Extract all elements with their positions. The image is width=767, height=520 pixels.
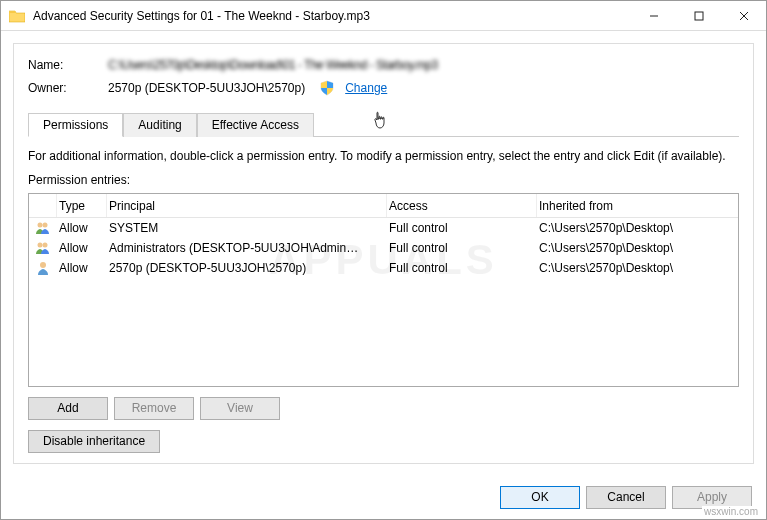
svg-point-6 bbox=[38, 243, 43, 248]
content-area: Name: C:\Users\2570p\Desktop\Download\01… bbox=[1, 31, 766, 476]
cell-type: Allow bbox=[57, 221, 107, 235]
table-row[interactable]: Allow SYSTEM Full control C:\Users\2570p… bbox=[29, 218, 738, 238]
close-button[interactable] bbox=[721, 1, 766, 30]
cell-type: Allow bbox=[57, 241, 107, 255]
col-access[interactable]: Access bbox=[387, 194, 537, 217]
name-value: C:\Users\2570p\Desktop\Download\01 - The… bbox=[108, 58, 438, 72]
change-owner-link[interactable]: Change bbox=[345, 81, 387, 95]
table-row[interactable]: Allow Administrators (DESKTOP-5UU3JOH\Ad… bbox=[29, 238, 738, 258]
cell-access: Full control bbox=[387, 261, 537, 275]
cell-access: Full control bbox=[387, 241, 537, 255]
name-row: Name: C:\Users\2570p\Desktop\Download\01… bbox=[28, 58, 739, 72]
svg-point-5 bbox=[43, 223, 48, 228]
cell-inherited: C:\Users\2570p\Desktop\ bbox=[537, 221, 738, 235]
owner-label: Owner: bbox=[28, 81, 108, 95]
window-controls bbox=[631, 1, 766, 30]
add-button[interactable]: Add bbox=[28, 397, 108, 420]
source-watermark: wsxwin.com bbox=[702, 506, 760, 517]
group-icon bbox=[29, 221, 57, 235]
ok-button[interactable]: OK bbox=[500, 486, 580, 509]
svg-point-4 bbox=[38, 223, 43, 228]
security-settings-window: Advanced Security Settings for 01 - The … bbox=[0, 0, 767, 520]
col-principal[interactable]: Principal bbox=[107, 194, 387, 217]
maximize-button[interactable] bbox=[676, 1, 721, 30]
cancel-button[interactable]: Cancel bbox=[586, 486, 666, 509]
window-title: Advanced Security Settings for 01 - The … bbox=[33, 9, 631, 23]
folder-icon bbox=[9, 9, 25, 23]
svg-rect-1 bbox=[695, 12, 703, 20]
cell-principal: SYSTEM bbox=[107, 221, 387, 235]
svg-point-8 bbox=[40, 262, 46, 268]
owner-row: Owner: 2570p (DESKTOP-5UU3JOH\2570p) Cha… bbox=[28, 80, 739, 96]
owner-value: 2570p (DESKTOP-5UU3JOH\2570p) bbox=[108, 81, 305, 95]
cell-inherited: C:\Users\2570p\Desktop\ bbox=[537, 241, 738, 255]
entries-header: Type Principal Access Inherited from bbox=[29, 194, 738, 218]
table-row[interactable]: Allow 2570p (DESKTOP-5UU3JOH\2570p) Full… bbox=[29, 258, 738, 278]
entry-buttons: Add Remove View bbox=[28, 397, 739, 420]
name-label: Name: bbox=[28, 58, 108, 72]
tab-effective-access[interactable]: Effective Access bbox=[197, 113, 314, 137]
minimize-button[interactable] bbox=[631, 1, 676, 30]
cell-access: Full control bbox=[387, 221, 537, 235]
shield-icon bbox=[319, 80, 335, 96]
cell-principal: Administrators (DESKTOP-5UU3JOH\Admin… bbox=[107, 241, 387, 255]
col-icon[interactable] bbox=[29, 194, 57, 217]
tab-permissions[interactable]: Permissions bbox=[28, 113, 123, 137]
disable-inheritance-button[interactable]: Disable inheritance bbox=[28, 430, 160, 453]
inheritance-buttons: Disable inheritance bbox=[28, 430, 739, 453]
cell-principal: 2570p (DESKTOP-5UU3JOH\2570p) bbox=[107, 261, 387, 275]
group-icon bbox=[29, 241, 57, 255]
tab-strip: Permissions Auditing Effective Access bbox=[28, 112, 739, 137]
cell-inherited: C:\Users\2570p\Desktop\ bbox=[537, 261, 738, 275]
tab-auditing[interactable]: Auditing bbox=[123, 113, 196, 137]
col-inherited[interactable]: Inherited from bbox=[537, 194, 738, 217]
inner-panel: Name: C:\Users\2570p\Desktop\Download\01… bbox=[13, 43, 754, 464]
info-text: For additional information, double-click… bbox=[28, 149, 739, 163]
remove-button[interactable]: Remove bbox=[114, 397, 194, 420]
entries-label: Permission entries: bbox=[28, 173, 739, 187]
titlebar: Advanced Security Settings for 01 - The … bbox=[1, 1, 766, 31]
dialog-buttons: OK Cancel Apply bbox=[1, 476, 766, 519]
view-button[interactable]: View bbox=[200, 397, 280, 420]
col-type[interactable]: Type bbox=[57, 194, 107, 217]
svg-point-7 bbox=[43, 243, 48, 248]
cell-type: Allow bbox=[57, 261, 107, 275]
user-icon bbox=[29, 261, 57, 275]
permission-entries-list[interactable]: Type Principal Access Inherited from APP… bbox=[28, 193, 739, 387]
